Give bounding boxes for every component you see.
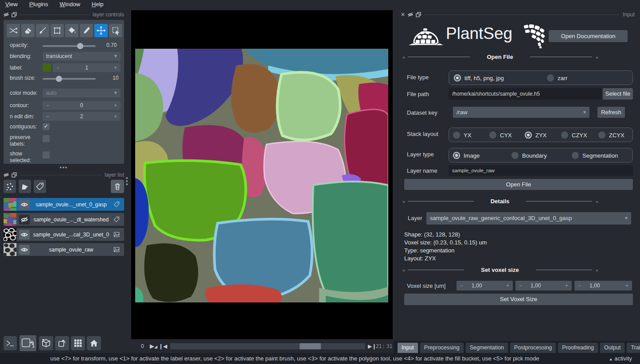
stack-layout-czyx[interactable]: CZYX	[561, 132, 587, 139]
eraser-icon	[23, 26, 32, 35]
dock-title: Input	[623, 12, 635, 18]
skip-to-end-button[interactable]: ▶❙	[368, 343, 376, 349]
dock-drag-handle[interactable]: •••	[126, 176, 128, 186]
polygon-tool-button[interactable]	[51, 24, 64, 37]
visibility-toggle[interactable]	[19, 245, 30, 255]
layer-name: sample_ovule..._unet_0_gasp	[30, 201, 113, 208]
dock-resize-handle[interactable]: •••	[0, 164, 128, 170]
new-points-layer-button[interactable]	[4, 180, 16, 193]
slider-handle[interactable]	[300, 343, 321, 349]
tab-input[interactable]: Input	[397, 342, 418, 353]
file-type-label: File type	[407, 74, 429, 81]
blending-dropdown[interactable]: translucent▼	[43, 52, 121, 61]
layer-type-image[interactable]: Image	[453, 152, 480, 159]
skip-to-start-button[interactable]: ❙◀	[159, 343, 167, 349]
home-reset-view-button[interactable]	[87, 336, 101, 350]
transpose-dimensions-button[interactable]	[55, 336, 69, 350]
tab-postprocessing[interactable]: Postprocessing	[510, 342, 556, 353]
transform-button[interactable]	[109, 24, 122, 37]
menu-plugins[interactable]: Plugins	[29, 1, 48, 8]
layer-row-gasp[interactable]: sample_ovule..._unet_0_gasp	[4, 198, 124, 211]
tab-output[interactable]: Output	[600, 342, 625, 353]
chevron-down-icon: ▼	[582, 107, 587, 118]
delete-layer-button[interactable]	[111, 180, 124, 193]
voxel-y-spinbox[interactable]: −1,00+	[515, 281, 572, 290]
float-dock-icon[interactable]	[12, 12, 17, 17]
hide-dock-icon[interactable]	[408, 12, 413, 17]
open-file-button[interactable]: Open File	[404, 179, 633, 190]
show-selected-checkbox[interactable]	[43, 151, 50, 159]
chevron-down-icon: ▼	[113, 89, 118, 97]
color-mode-dropdown[interactable]: auto▼	[43, 89, 121, 97]
layer-name-input[interactable]	[449, 165, 633, 176]
roll-dimensions-button[interactable]	[39, 336, 53, 350]
tab-preprocessing[interactable]: Preprocessing	[420, 342, 464, 353]
play-button[interactable]: ▶◢	[150, 343, 157, 349]
float-dock-icon[interactable]	[416, 12, 421, 17]
layer-row-boundaries[interactable]: sample_ovule_...cal_3D_unet_0	[4, 228, 124, 241]
visibility-toggle[interactable]	[19, 230, 30, 240]
file-type-option-tiff[interactable]: tiff, h5, png, jpg	[454, 74, 504, 81]
menu-window[interactable]: Window	[60, 1, 80, 8]
visibility-toggle[interactable]	[19, 215, 30, 225]
layer-row-watershed[interactable]: sample_ovule_..._dt_watershed	[4, 213, 124, 226]
layer-row-raw[interactable]: sample_ovule_raw	[4, 243, 124, 256]
opacity-slider[interactable]	[43, 45, 96, 47]
color-picker-button[interactable]	[80, 24, 93, 37]
dataset-key-dropdown[interactable]: /raw▼	[453, 107, 589, 118]
console-button[interactable]	[4, 336, 17, 350]
layer-thumbnail	[4, 198, 16, 211]
menu-view[interactable]: View	[5, 1, 18, 8]
current-step[interactable]: 21	[376, 343, 382, 349]
label-spinbox[interactable]: −1+	[53, 63, 121, 72]
open-documentation-button[interactable]: Open Documentation	[549, 30, 628, 42]
tab-train[interactable]: Train	[626, 342, 640, 353]
pan-zoom-button[interactable]	[94, 24, 108, 37]
contour-spinbox[interactable]: −0+	[43, 101, 121, 110]
file-path-input[interactable]	[449, 88, 602, 100]
menu-help[interactable]: Help	[92, 1, 104, 8]
set-voxel-size-button[interactable]: Set Voxel Size	[404, 294, 633, 305]
stack-layout-zcyx[interactable]: ZCYX	[598, 132, 624, 139]
preserve-labels-checkbox[interactable]	[43, 135, 50, 142]
voxel-x-spinbox[interactable]: −1,00+	[457, 281, 513, 290]
file-type-option-zarr[interactable]: zarr	[547, 74, 567, 81]
new-shapes-layer-button[interactable]	[19, 180, 31, 193]
brush-size-slider[interactable]	[43, 78, 96, 80]
tab-proofreading[interactable]: Proofreading	[558, 342, 598, 353]
refresh-button[interactable]: Refresh	[597, 107, 625, 118]
hide-dock-icon[interactable]	[4, 12, 9, 17]
label-color-swatch[interactable]	[43, 63, 51, 72]
plantseg-tab-bar: Input Preprocessing Segmentation Postpro…	[394, 341, 640, 353]
label-label: label:	[10, 65, 23, 71]
layer-type-boundary[interactable]: Boundary	[511, 152, 547, 159]
stack-layout-yx[interactable]: YX	[453, 132, 471, 139]
grid-view-button[interactable]	[71, 336, 85, 350]
eraser-tool-button[interactable]	[21, 24, 35, 37]
visibility-toggle[interactable]	[19, 200, 30, 209]
shuffle-colors-button[interactable]	[7, 24, 20, 37]
fill-bucket-button[interactable]	[65, 24, 78, 37]
float-dock-icon[interactable]	[12, 172, 17, 178]
viewer-canvas[interactable]	[131, 10, 393, 339]
eye-icon	[21, 247, 28, 252]
tab-segmentation[interactable]: Segmentation	[465, 342, 508, 353]
layer-type-segmentation[interactable]: Segmentation	[572, 152, 618, 159]
n-edit-dim-spinbox[interactable]: −2+	[43, 112, 121, 121]
details-layer-label: Layer	[408, 215, 422, 221]
details-layer-dropdown[interactable]: sample_ovule_raw_generic_confocal_3D_une…	[426, 212, 631, 225]
new-labels-layer-button[interactable]	[34, 180, 46, 193]
hide-dock-icon[interactable]	[4, 172, 9, 178]
close-dock-icon[interactable]: ✕	[401, 12, 405, 17]
show-selected-label: show selected:	[10, 151, 38, 164]
activity-button[interactable]: ▲ activity	[609, 355, 632, 362]
select-file-button[interactable]: Select file	[603, 88, 633, 100]
radio-selected-icon	[453, 152, 460, 159]
stack-layout-cyx[interactable]: CYX	[489, 132, 512, 139]
stack-layout-zyx[interactable]: ZYX	[525, 132, 546, 139]
paint-brush-button[interactable]	[36, 24, 49, 37]
ndisplay-toggle-button[interactable]	[20, 335, 36, 351]
contiguous-checkbox[interactable]: ✓	[43, 123, 50, 130]
voxel-z-spinbox[interactable]: −1,00+	[574, 281, 632, 290]
frame-slider[interactable]	[170, 343, 365, 349]
